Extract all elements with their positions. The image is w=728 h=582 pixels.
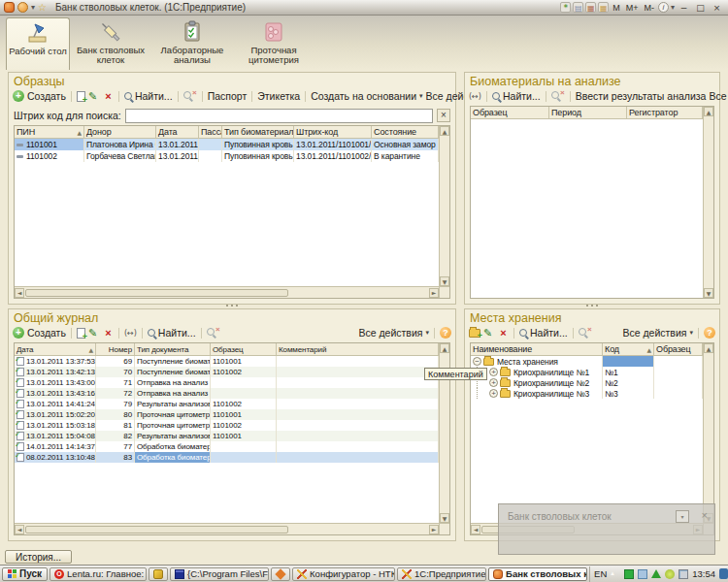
storage-row-root[interactable]: Места хранения	[471, 356, 703, 367]
passport-button[interactable]: Паспорт	[208, 90, 248, 102]
scroll-right-icon[interactable]: ►	[429, 525, 439, 534]
cancel-search-button[interactable]	[551, 90, 565, 102]
journal-row[interactable]: 13.01.2011 13:43:00 71 Отправка на анали…	[15, 377, 439, 388]
calculator-icon[interactable]	[585, 2, 596, 13]
close-button[interactable]: ×	[710, 2, 724, 14]
storage-row[interactable]: Криохранилище №3 №3	[471, 388, 703, 399]
edit-button[interactable]	[88, 327, 100, 339]
calendar-icon[interactable]	[598, 2, 609, 13]
journal-row[interactable]: 13.01.2011 15:02:20 80 Проточная цитомет…	[15, 409, 439, 420]
scroll-up-icon[interactable]: ▲	[440, 343, 449, 353]
journal-row-selected[interactable]: 08.02.2011 13:10:48 83 Обработка биомате…	[15, 452, 439, 463]
sample-row[interactable]: 1101001 Платонова Ирина Се... 13.01.2011…	[15, 139, 439, 150]
scroll-down-icon[interactable]: ▼	[704, 288, 713, 298]
task-configurator[interactable]: Конфигуратор - НТК - [...	[292, 567, 395, 581]
all-actions-button[interactable]: Все действия▾	[622, 327, 693, 339]
set-period-button[interactable]	[124, 329, 137, 338]
horizontal-splitter[interactable]	[8, 304, 456, 307]
collapse-icon[interactable]	[473, 357, 481, 366]
info-caret-icon[interactable]: ▾	[671, 3, 675, 12]
column-header-donor[interactable]: Донор	[84, 126, 156, 138]
horizontal-scrollbar[interactable]: ◄ ►	[15, 286, 439, 298]
memory-m-button[interactable]: M	[611, 3, 622, 13]
column-header-period[interactable]: Период	[549, 107, 627, 118]
tray-icon-tree[interactable]	[651, 569, 661, 578]
tab-flow-cytometry[interactable]: Проточная цитометрия	[233, 17, 314, 70]
scroll-up-icon[interactable]: ▲	[704, 343, 713, 353]
column-header-pin[interactable]: ПИН▲	[15, 126, 84, 138]
tab-lab-tests[interactable]: Лабораторные анализы	[151, 17, 233, 70]
task-far-manager[interactable]: {C:\Program Files\Far2} ...	[170, 567, 269, 581]
help-button[interactable]	[704, 327, 715, 339]
scroll-left-icon[interactable]: ◄	[15, 525, 24, 534]
info-button[interactable]: i	[658, 2, 669, 13]
sample-row[interactable]: 1101002 Горбачева Светлана ... 13.01.201…	[15, 150, 439, 162]
scroll-left-icon[interactable]: ◄	[471, 525, 480, 534]
scroll-up-icon[interactable]: ▲	[704, 107, 713, 116]
cancel-search-button[interactable]	[183, 90, 197, 102]
tab-desktop[interactable]: Рабочий стол	[6, 17, 70, 70]
column-header-sample[interactable]: Образец	[471, 107, 549, 118]
memory-m-plus-button[interactable]: M+	[624, 3, 641, 13]
copy-button[interactable]	[77, 91, 85, 102]
column-header-type[interactable]: Тип биоматериала	[222, 126, 294, 138]
all-actions-button[interactable]: Все действия▾	[358, 327, 429, 339]
scroll-left-icon[interactable]: ◄	[15, 288, 24, 298]
scroll-down-icon[interactable]: ▼	[440, 276, 449, 286]
minimize-button[interactable]: −	[677, 2, 691, 14]
tray-icon-blue[interactable]	[719, 568, 728, 579]
column-header-date[interactable]: Дата▲	[15, 343, 96, 355]
scrollbar-thumb[interactable]	[25, 289, 288, 297]
help-button[interactable]	[440, 327, 451, 339]
cancel-search-button[interactable]	[207, 327, 220, 339]
memory-m-minus-button[interactable]: M-	[642, 3, 656, 13]
column-header-code[interactable]: Код▲	[603, 343, 654, 355]
column-header-doctype[interactable]: Тип документа	[135, 343, 211, 355]
journal-row[interactable]: 13.01.2011 13:37:53 69 Поступление биома…	[15, 356, 439, 367]
delete-button[interactable]	[498, 327, 509, 339]
find-button[interactable]: Найти...	[492, 90, 541, 102]
task-keys[interactable]	[149, 567, 168, 581]
delete-button[interactable]	[103, 327, 114, 339]
column-header-sample[interactable]: Образец	[211, 343, 277, 355]
tray-icon-monitor[interactable]	[678, 569, 688, 579]
column-header-sample[interactable]: Образец	[654, 343, 703, 355]
clipboard-history-icon[interactable]	[573, 2, 583, 13]
task-opera[interactable]: Lenta.ru: Главное: - Op...	[50, 567, 147, 581]
find-button[interactable]: Найти...	[519, 327, 568, 339]
tray-icon-circle[interactable]	[665, 569, 675, 579]
column-header-registrar[interactable]: Регистратор	[627, 107, 703, 118]
tray-icon-green-square[interactable]	[624, 569, 634, 579]
copy-button[interactable]	[77, 328, 85, 339]
column-header-date[interactable]: Дата	[156, 126, 199, 138]
main-menu-button[interactable]	[17, 2, 28, 13]
delete-button[interactable]	[103, 90, 114, 102]
label-button[interactable]: Этикетка	[257, 90, 300, 102]
cancel-search-button[interactable]	[579, 327, 592, 339]
horizontal-splitter[interactable]	[464, 304, 720, 307]
scrollbar-thumb[interactable]	[25, 526, 288, 534]
hidden-icons-chevron-icon[interactable]: ▴	[611, 569, 620, 579]
find-button[interactable]: Найти...	[124, 90, 173, 102]
quick-access-caret-icon[interactable]: ▾	[31, 3, 35, 12]
scroll-down-icon[interactable]: ▼	[440, 513, 449, 523]
exp-icon[interactable]	[489, 368, 498, 376]
create-button[interactable]: Создать	[13, 327, 66, 339]
edit-button[interactable]	[88, 90, 100, 102]
scroll-right-icon[interactable]: ►	[429, 288, 439, 298]
add-favorite-icon[interactable]	[560, 2, 571, 13]
column-header-name[interactable]: Наименование	[471, 343, 603, 355]
storage-row[interactable]: Криохранилище №2 №2	[471, 377, 703, 388]
exp-icon[interactable]	[489, 378, 498, 387]
add-group-button[interactable]	[469, 329, 480, 338]
ghost-close-button[interactable]: ×	[702, 509, 708, 521]
column-header-comment[interactable]: Комментарий	[277, 343, 439, 355]
create-button[interactable]: Создать	[13, 90, 66, 102]
favorites-star-icon[interactable]	[38, 2, 47, 13]
horizontal-scrollbar[interactable]: ◄ ►	[15, 523, 439, 534]
create-based-on-button[interactable]: Создать на основании▾	[311, 90, 422, 102]
journal-row[interactable]: 13.01.2011 15:04:08 82 Результаты анализ…	[15, 431, 439, 441]
set-period-button[interactable]	[469, 92, 481, 101]
column-header-barcode[interactable]: Штрих-код	[294, 126, 372, 138]
history-button[interactable]: История...	[5, 550, 72, 564]
